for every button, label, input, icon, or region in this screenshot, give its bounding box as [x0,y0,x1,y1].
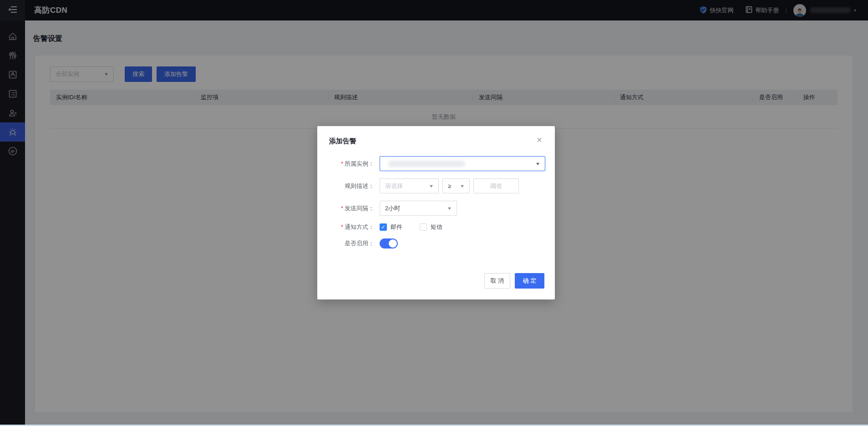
interval-select[interactable]: 2小时 ▼ [380,201,457,216]
rule-operator-select[interactable]: ≥ ▼ [442,178,470,193]
confirm-button[interactable]: 确 定 [515,273,544,289]
notify-field-row: *通知方式： ✓ 邮件 短信 [317,223,555,231]
notify-label: *通知方式： [317,223,380,231]
rule-metric-select[interactable]: 请选择 ▼ [380,178,439,193]
required-marker: * [341,205,343,212]
enable-toggle[interactable] [380,238,398,248]
instance-label: *所属实例： [317,160,380,168]
interval-label: *发送间隔： [317,204,380,213]
notify-sms-option: 短信 [420,223,442,231]
toggle-knob [389,239,397,248]
chevron-down-icon: ▼ [460,184,465,188]
notify-email-option: ✓ 邮件 [380,223,402,231]
instance-field-row: *所属实例： ▼ [317,156,555,171]
rule-label: 规则描述： [317,182,380,190]
add-alert-modal: 添加告警 × *所属实例： ▼ 规则描述： 请选择 ▼ ≥ ▼ *发送间 [317,126,555,299]
chevron-down-icon: ▼ [535,162,541,166]
close-icon[interactable]: × [533,133,546,146]
instance-value-redacted [388,161,465,167]
required-marker: * [341,223,343,230]
instance-select[interactable]: ▼ [380,156,545,171]
sms-checkbox-label: 短信 [431,223,442,231]
interval-value: 2小时 [385,204,400,213]
enable-label: 是否启用： [317,239,380,248]
rule-field-row: 规则描述： 请选择 ▼ ≥ ▼ [317,178,555,193]
interval-field-row: *发送间隔： 2小时 ▼ [317,201,555,216]
chevron-down-icon: ▼ [429,184,434,188]
rule-operator-value: ≥ [448,183,451,189]
modal-title: 添加告警 [329,137,356,146]
email-checkbox[interactable]: ✓ [380,223,387,231]
add-alert-form: *所属实例： ▼ 规则描述： 请选择 ▼ ≥ ▼ *发送间隔： 2小时 [317,156,555,256]
required-marker: * [341,160,343,167]
threshold-input[interactable] [473,178,519,193]
enable-field-row: 是否启用： [317,238,555,248]
email-checkbox-label: 邮件 [391,223,402,231]
cancel-button[interactable]: 取 消 [484,273,510,289]
rule-metric-placeholder: 请选择 [385,182,403,190]
modal-footer: 取 消 确 定 [484,273,544,289]
chevron-down-icon: ▼ [447,206,452,211]
sms-checkbox[interactable] [420,223,427,231]
